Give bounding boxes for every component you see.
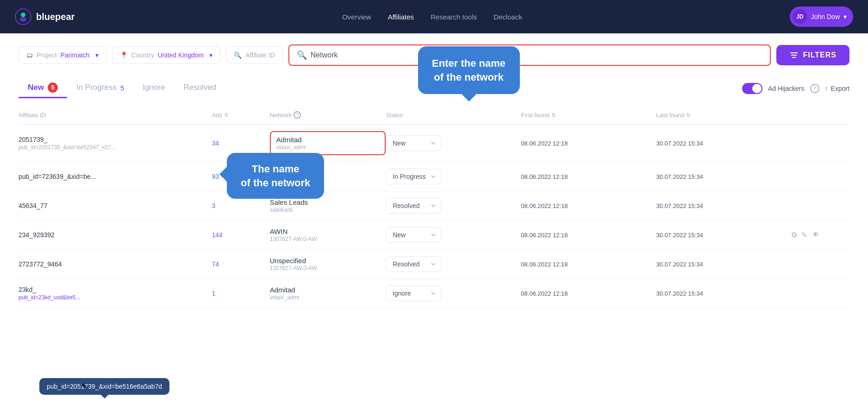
cell-first-found: 08.06.2022 12:18 <box>521 173 656 180</box>
folder-icon: 🗂 <box>26 51 33 59</box>
network-search-input[interactable] <box>311 51 762 59</box>
app-name: bluepear <box>36 12 75 22</box>
tab-new-badge: 5 <box>48 82 58 93</box>
ad-hijackers-help-icon[interactable]: ? <box>810 84 819 93</box>
ad-hijackers-toggle[interactable] <box>742 83 762 94</box>
status-select[interactable]: NewIn ProgressIgnoreResolved <box>386 169 441 184</box>
table-row: 234_929392144AWIN1307627-AW.0-AWNewIn Pr… <box>19 221 849 250</box>
nav-affiliates[interactable]: Affiliates <box>388 13 414 21</box>
cell-ads[interactable]: 34 <box>212 139 269 147</box>
cell-network: Unspecified1307627-AW.0-AW <box>270 257 386 272</box>
network-name-value: Unspecified <box>270 257 386 265</box>
last-found-sort-icon[interactable]: ⇅ <box>686 112 690 118</box>
cell-network: Admitadvidaxl_admt <box>270 131 386 155</box>
cursor-icon: ↖ <box>81 381 88 391</box>
col-network: Network ? <box>270 111 386 119</box>
tab-resolved[interactable]: Resolved <box>174 79 225 98</box>
cell-first-found: 08.06.2022 12:18 <box>521 261 656 268</box>
col-ads: Ads ⇅ <box>212 111 269 119</box>
nav-links: Overview Affiliates Research tools Declo… <box>93 13 771 21</box>
speech-bubble-top: Enter the name of the network <box>418 46 520 94</box>
copy-icon[interactable]: ⧉ <box>792 231 797 239</box>
affiliate-id-value: 234_929392 <box>19 231 212 239</box>
cell-last-found: 30.07.2022 15:34 <box>656 202 792 209</box>
col-first-found: First found ⇅ <box>521 111 656 119</box>
affiliate-id-value: 2051739_ <box>19 136 212 143</box>
filters-btn-label: FILTERS <box>803 51 837 59</box>
affiliate-id-filter[interactable]: 🔍 Affiliate ID <box>226 46 283 64</box>
status-select[interactable]: NewIn ProgressIgnoreResolved <box>386 135 441 151</box>
network-sub-value: vidaxl_admt <box>276 144 379 151</box>
col-actions <box>792 111 849 119</box>
tab-in-progress[interactable]: In Progress 5 <box>67 79 133 98</box>
affiliate-id-value: 45634_77 <box>19 202 212 209</box>
cell-last-found: 30.07.2022 15:34 <box>656 140 792 147</box>
network-sub-value: saleleads <box>270 207 386 213</box>
user-menu-button[interactable]: JD John Dow ▾ <box>790 6 853 27</box>
cell-network: AWIN1307627-AW.0-AW <box>270 227 386 242</box>
affiliate-id-tooltip: pub_id=2051739_&xid=be516e6a5ab7d <box>39 378 169 395</box>
affiliate-id-label: Affiliate ID <box>245 51 275 59</box>
tab-new[interactable]: New 5 <box>19 79 67 98</box>
cell-status: NewIn ProgressIgnoreResolved <box>386 256 521 272</box>
cell-status: NewIn ProgressIgnoreResolved <box>386 227 521 243</box>
nav-right: JD John Dow ▾ <box>790 6 853 27</box>
avatar: JD <box>793 9 807 24</box>
cell-ads[interactable]: 3 <box>212 202 269 209</box>
tab-ignore[interactable]: Ignore <box>133 79 174 98</box>
filters-button[interactable]: FILTERS <box>776 45 849 65</box>
first-found-sort-icon[interactable]: ⇅ <box>551 112 556 118</box>
cell-last-found: 30.07.2022 15:34 <box>656 173 792 180</box>
svg-point-2 <box>20 17 26 22</box>
nav-overview[interactable]: Overview <box>342 13 371 21</box>
status-select[interactable]: NewIn ProgressIgnoreResolved <box>386 198 441 214</box>
status-select[interactable]: NewIn ProgressIgnoreResolved <box>386 285 441 301</box>
nav-research-tools[interactable]: Research tools <box>431 13 477 21</box>
network-help-icon[interactable]: ? <box>293 111 301 119</box>
project-filter[interactable]: 🗂 Project Parimatch ▾ <box>19 46 106 64</box>
tab-ignore-label: Ignore <box>143 83 165 92</box>
ads-sort-icon[interactable]: ⇅ <box>224 112 228 118</box>
logo: bluepear <box>15 8 75 25</box>
cell-ads[interactable]: 144 <box>212 231 269 239</box>
cell-affiliate-id: 234_929392 <box>19 231 212 239</box>
export-label: Export <box>831 85 849 92</box>
export-button[interactable]: ↑ Export <box>825 85 849 92</box>
network-name-value: AWIN <box>270 227 386 235</box>
affiliate-sub-value: pub_id=2051739_&xid=be52347_e27... <box>19 144 212 151</box>
cell-status: NewIn ProgressIgnoreResolved <box>386 198 521 214</box>
location-icon: 📍 <box>120 51 128 59</box>
country-arrow-icon: ▾ <box>209 51 212 59</box>
hide-icon[interactable]: 👁 <box>812 231 819 239</box>
affiliate-id-value: pub_id=723639_&xid=be... <box>19 173 212 180</box>
tab-resolved-label: Resolved <box>183 83 216 92</box>
edit-icon[interactable]: ✎ <box>801 231 807 240</box>
cell-status: NewIn ProgressIgnoreResolved <box>386 135 521 151</box>
cell-last-found: 30.07.2022 15:34 <box>656 261 792 268</box>
col-last-found: Last found ⇅ <box>656 111 792 119</box>
table-row: 45634_773Sales LeadssaleleadsNewIn Progr… <box>19 191 849 221</box>
table-row: 2723772_946474Unspecified1307627-AW.0-AW… <box>19 250 849 279</box>
filters-icon <box>789 51 799 60</box>
cell-last-found: 30.07.2022 15:34 <box>656 290 792 297</box>
action-icons: ⧉ ✎ 👁 <box>792 231 849 240</box>
network-name-value: Admitad <box>270 286 386 294</box>
network-name-value: Sales Leads <box>270 198 386 206</box>
table-row: pub_id=723639_&xid=be...93NewIn Progress… <box>19 162 849 191</box>
table-header: Affiliate ID Ads ⇅ Network ? Status Firs… <box>19 107 849 125</box>
export-icon: ↑ <box>825 85 828 92</box>
cell-actions: ⧉ ✎ 👁 <box>792 231 849 240</box>
status-select[interactable]: NewIn ProgressIgnoreResolved <box>386 256 441 272</box>
cell-ads[interactable]: 74 <box>212 260 269 268</box>
status-select[interactable]: NewIn ProgressIgnoreResolved <box>386 227 441 243</box>
table-body: 2051739_pub_id=2051739_&xid=be52347_e27.… <box>19 125 849 308</box>
network-search-box[interactable]: 🔍 <box>288 44 771 66</box>
nav-decloack[interactable]: Decloack <box>493 13 522 21</box>
cell-first-found: 08.06.2022 12:18 <box>521 290 656 297</box>
network-sub-value: 1307627-AW.0-AW <box>270 236 386 242</box>
cell-ads[interactable]: 1 <box>212 290 269 297</box>
cell-affiliate-id: 23kd_pub_id=23kd_usd&be5... <box>19 286 212 301</box>
speech-bubble-network: The name of the network <box>227 153 324 199</box>
country-filter[interactable]: 📍 Country United Kingdom ▾ <box>112 46 221 64</box>
table-row: 23kd_pub_id=23kd_usd&be5...1Admitadvidax… <box>19 279 849 308</box>
